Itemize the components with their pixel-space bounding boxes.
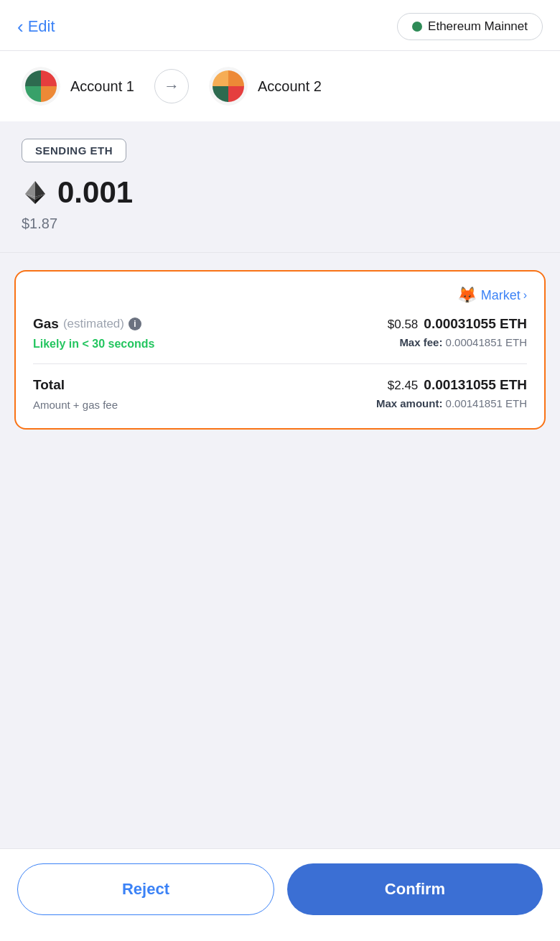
chevron-right-icon: ›: [523, 289, 527, 302]
sending-usd: $1.87: [22, 215, 538, 232]
bottom-bar: Reject Confirm: [0, 848, 560, 941]
gas-eth-row: $0.58 0.00031055 ETH: [388, 316, 527, 332]
gas-usd: $0.58: [388, 317, 419, 332]
back-button[interactable]: ‹ Edit: [17, 17, 55, 36]
likely-text: Likely in < 30 seconds: [33, 338, 154, 351]
max-amount-row: Max amount: 0.00141851 ETH: [376, 397, 527, 409]
sending-amount: 0.001: [57, 175, 133, 210]
max-amount-value: 0.00141851 ETH: [446, 397, 527, 409]
arrow-icon: →: [164, 77, 179, 96]
max-amount-label: Max amount:: [376, 397, 443, 409]
market-row: 🦊 Market ›: [33, 286, 527, 305]
network-status-dot: [412, 22, 422, 32]
market-label: Market: [481, 288, 521, 303]
confirm-button[interactable]: Confirm: [287, 863, 543, 915]
max-fee-row: Max fee: 0.00041851 ETH: [399, 336, 527, 348]
eth-amount-row: 0.001: [22, 175, 538, 210]
gas-label-col: Gas (estimated) i Likely in < 30 seconds: [33, 316, 154, 351]
accounts-row: Account 1 → Account 2: [0, 51, 560, 121]
total-value-col: $2.45 0.00131055 ETH Max amount: 0.00141…: [376, 377, 527, 409]
sending-section: SENDING ETH 0.001 $1.87: [0, 121, 560, 253]
total-usd: $2.45: [388, 379, 419, 393]
back-label: Edit: [28, 17, 55, 36]
amount-gas-label: Amount + gas fee: [33, 399, 118, 411]
transfer-arrow: →: [154, 69, 189, 103]
total-label-col: Total Amount + gas fee: [33, 377, 118, 411]
gas-eth: 0.00031055 ETH: [424, 316, 527, 332]
divider: [33, 363, 527, 364]
total-eth-row: $2.45 0.00131055 ETH: [388, 377, 527, 393]
total-eth: 0.00131055 ETH: [424, 377, 527, 393]
gas-row: Gas (estimated) i Likely in < 30 seconds…: [33, 316, 527, 351]
max-fee-label: Max fee:: [399, 336, 442, 348]
to-account-avatar: [209, 67, 248, 106]
from-account-name: Account 1: [70, 78, 134, 95]
market-link[interactable]: Market ›: [481, 288, 527, 303]
from-account: Account 1: [22, 67, 134, 106]
reject-button[interactable]: Reject: [17, 863, 274, 915]
ethereum-icon: [22, 179, 49, 206]
gas-estimated: (estimated): [63, 317, 124, 331]
gas-card: 🦊 Market › Gas (estimated) i Likely in <…: [14, 270, 546, 430]
to-account: Account 2: [209, 67, 322, 106]
sending-badge: SENDING ETH: [22, 139, 126, 162]
max-fee-value: 0.00041851 ETH: [446, 336, 527, 348]
fox-icon: 🦊: [457, 286, 477, 305]
network-name: Ethereum Mainnet: [428, 19, 528, 34]
total-label: Total: [33, 377, 118, 393]
gas-text: Gas: [33, 316, 59, 332]
network-badge[interactable]: Ethereum Mainnet: [397, 13, 543, 40]
info-icon[interactable]: i: [129, 317, 141, 330]
spacer: [0, 447, 560, 848]
from-account-avatar: [22, 67, 60, 106]
gas-label: Gas (estimated) i: [33, 316, 154, 332]
header: ‹ Edit Ethereum Mainnet: [0, 0, 560, 51]
chevron-left-icon: ‹: [17, 17, 24, 36]
total-row: Total Amount + gas fee $2.45 0.00131055 …: [33, 377, 527, 411]
to-account-name: Account 2: [258, 78, 322, 95]
gas-value-col: $0.58 0.00031055 ETH Max fee: 0.00041851…: [388, 316, 527, 348]
